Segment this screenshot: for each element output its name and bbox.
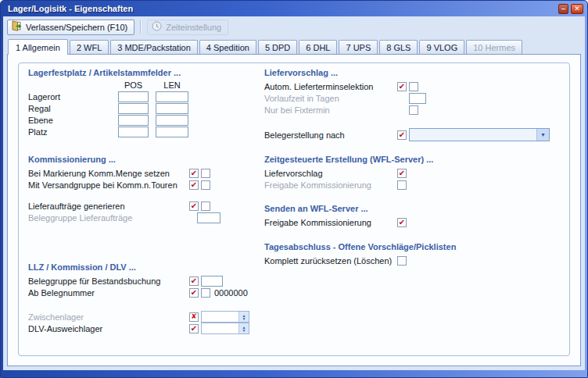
beleggruppe-lieferauftraege-input[interactable] <box>197 212 220 223</box>
time-settings-label: Zeiteinstellung <box>166 23 221 32</box>
zwischenlager-combo[interactable]: ▲ ▼ <box>201 311 249 323</box>
zwischenlager-combo-value <box>202 312 238 322</box>
autoselektion-checkbox-checked[interactable]: ✔ <box>397 82 407 91</box>
zwischenlager-row: Zwischenlager ✘ ▲ ▼ <box>28 311 264 323</box>
lieferauftraege-checkbox-2[interactable] <box>201 201 210 211</box>
autoselektion-label: Autom. Lieferterminselektion <box>264 82 397 91</box>
platz-pos-input[interactable] <box>118 127 149 137</box>
belegnummer-checkbox-2[interactable] <box>201 288 210 298</box>
belegerstellung-dropdown[interactable]: ▼ <box>409 128 550 141</box>
markierung-checkbox-checked[interactable]: ✔ <box>189 169 199 178</box>
versandgruppe-label: Mit Versandgruppe bei Komm.n.Touren <box>28 180 189 190</box>
tab-gls[interactable]: 8 GLS <box>379 40 418 54</box>
bestandsbuchung-label: Beleggruppe für Bestandsbuchung <box>28 276 189 286</box>
lieferauftraege-label: Lieferaufträge generieren <box>28 201 189 211</box>
section-heading-lagerfestplatz: Lagerfestplatz / Artikelstammfelder ... <box>28 68 264 77</box>
tab-wfl[interactable]: 2 WFL <box>70 40 109 54</box>
platz-len-input[interactable] <box>156 127 188 137</box>
exit-door-icon <box>11 20 23 34</box>
tab-allgemein[interactable]: 1 Allgemein <box>8 39 68 55</box>
regal-pos-input[interactable] <box>118 103 149 114</box>
lagerort-pos-input[interactable] <box>118 91 149 102</box>
belegnummer-row: Ab Belegnummer ✔ 0000000 <box>28 287 264 298</box>
reset-checkbox[interactable] <box>397 256 407 266</box>
beleggruppe-lieferauftraege-label: Beleggruppe Lieferaufträge <box>28 213 189 223</box>
bestandsbuchung-input[interactable] <box>201 276 223 287</box>
platz-row: Platz <box>28 126 264 137</box>
close-button[interactable]: ✕ <box>571 4 583 14</box>
belegerstellung-checkbox-checked[interactable]: ✔ <box>397 130 407 140</box>
versandgruppe-row: Mit Versandgruppe bei Komm.n.Touren ✔ <box>28 179 264 191</box>
section-heading-llz: LLZ / Kommission / DLV ... <box>28 262 264 272</box>
zwischenlager-checkbox-crossed[interactable]: ✘ <box>189 312 199 322</box>
vorlaufzeit-row: Vorlaufzeit in Tagen <box>264 92 560 104</box>
send-freigabe-row: Freigabe Kommissionierung ✔ <box>264 216 560 228</box>
window-title: Lager/Logisitk - Eigenschaften <box>8 4 556 13</box>
dlv-ausweichlager-label: DLV-Ausweichlager <box>28 324 189 333</box>
regal-row: Regal <box>28 102 264 114</box>
left-column: Lagerfestplatz / Artikelstammfelder ... … <box>28 68 264 351</box>
toolbar-separator <box>140 20 142 34</box>
markierung-checkbox-2[interactable] <box>201 169 210 178</box>
belegnummer-value: 0000000 <box>214 288 248 298</box>
title-bar: Lager/Logisitk - Eigenschaften – ✕ <box>1 1 587 16</box>
bestandsbuchung-checkbox-checked[interactable]: ✔ <box>189 276 199 286</box>
bestandsbuchung-row: Beleggruppe für Bestandsbuchung ✔ <box>28 275 264 287</box>
save-exit-button[interactable]: Verlassen/Speichern (F10) <box>7 20 134 35</box>
belegerstellung-dropdown-value <box>410 129 536 141</box>
tab-bar: 1 Allgemein 2 WFL 3 MDE/Packstation 4 Sp… <box>3 37 585 54</box>
versandgruppe-checkbox-2[interactable] <box>201 180 210 190</box>
autoselektion-checkbox-2[interactable] <box>409 82 418 91</box>
clock-icon <box>151 20 163 34</box>
versandgruppe-checkbox-checked[interactable]: ✔ <box>189 180 199 190</box>
platz-label: Platz <box>28 127 118 137</box>
fixtermin-checkbox[interactable] <box>409 105 418 115</box>
time-settings-button[interactable]: Zeiteinstellung <box>147 20 228 35</box>
lagerort-row: Lagerort <box>28 91 264 102</box>
tab-spedition[interactable]: 4 Spedition <box>199 40 256 54</box>
markierung-row: Bei Markierung Komm.Menge setzen ✔ <box>28 167 264 179</box>
tab-hermes[interactable]: 10 Hermes <box>466 40 522 54</box>
ebene-len-input[interactable] <box>156 115 188 126</box>
send-freigabe-label: Freigabe Kommissionierung <box>264 218 397 227</box>
tab-dpd[interactable]: 5 DPD <box>258 40 297 54</box>
fixtermin-label: Nur bei Fixtermin <box>264 105 397 115</box>
lagerort-len-input[interactable] <box>156 91 188 102</box>
right-column: Liefervorschlag ... Autom. Liefertermins… <box>264 68 560 351</box>
section-heading-senden: Senden an WFL-Server ... <box>264 204 560 213</box>
timed-freigabe-checkbox[interactable] <box>397 180 407 190</box>
tab-dhl[interactable]: 6 DHL <box>299 40 337 54</box>
vorlaufzeit-label: Vorlaufzeit in Tagen <box>264 94 397 103</box>
spin-down-icon: ▼ <box>242 329 246 332</box>
section-heading-zeitgesteuert: Zeitgesteuerte Erstellung (WFL-Server) .… <box>264 155 560 164</box>
section-heading-liefervorschlag: Liefervorschlag ... <box>264 68 560 77</box>
markierung-label: Bei Markierung Komm.Menge setzen <box>28 169 189 178</box>
tab-page-allgemein: Lagerfestplatz / Artikelstammfelder ... … <box>7 54 581 366</box>
zwischenlager-spinner[interactable]: ▲ ▼ <box>238 312 249 322</box>
window-body: Verlassen/Speichern (F10) Zeiteinstellun… <box>3 16 585 370</box>
belegerstellung-row: Belegerstellung nach ✔ ▼ <box>264 129 560 141</box>
section-heading-tagesabschluss: Tagesabschluss - Offene Vorschläge/Pickl… <box>264 242 560 251</box>
tab-vlog[interactable]: 9 VLOG <box>419 40 464 54</box>
belegnummer-checkbox-checked[interactable]: ✔ <box>189 288 199 298</box>
autoselektion-row: Autom. Lieferterminselektion ✔ <box>264 80 560 92</box>
dropdown-arrow-icon[interactable]: ▼ <box>536 129 549 141</box>
dlv-ausweichlager-combo[interactable]: ▲ ▼ <box>201 323 249 334</box>
minimize-button[interactable]: – <box>558 4 568 14</box>
dlv-ausweichlager-checkbox-checked[interactable]: ✔ <box>189 324 199 333</box>
tab-mde-packstation[interactable]: 3 MDE/Packstation <box>110 40 198 54</box>
spin-down-icon: ▼ <box>242 317 246 320</box>
vorlaufzeit-input[interactable] <box>409 93 426 104</box>
reset-row: Komplett zurücksetzen (Löschen) <box>264 255 560 266</box>
belegerstellung-label: Belegerstellung nach <box>264 130 397 140</box>
lieferauftraege-checkbox-checked[interactable]: ✔ <box>189 201 199 211</box>
ebene-pos-input[interactable] <box>118 115 149 126</box>
regal-len-input[interactable] <box>156 103 188 114</box>
save-exit-label: Verlassen/Speichern (F10) <box>26 23 127 32</box>
send-freigabe-checkbox-checked[interactable]: ✔ <box>397 218 407 227</box>
regal-label: Regal <box>28 104 118 113</box>
tab-ups[interactable]: 7 UPS <box>339 40 378 54</box>
beleggruppe-lieferauftraege-row: Beleggruppe Lieferaufträge <box>28 212 264 223</box>
timed-liefervorschlag-checkbox-checked[interactable]: ✔ <box>397 169 407 178</box>
dlv-ausweichlager-spinner[interactable]: ▲ ▼ <box>238 323 249 333</box>
